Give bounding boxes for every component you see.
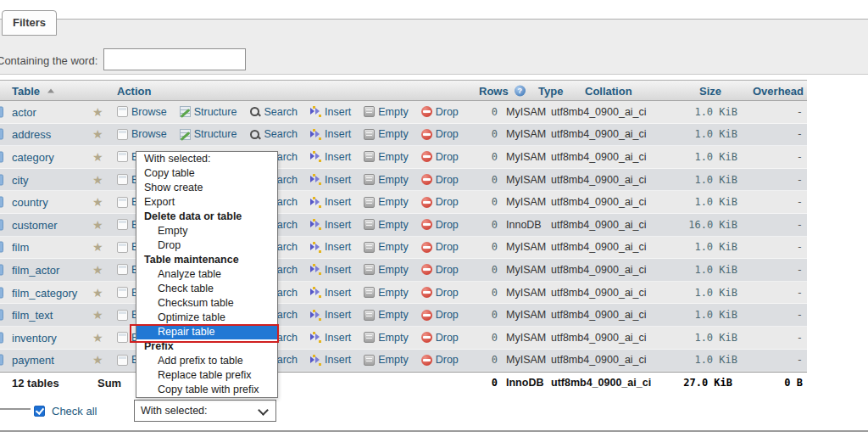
menu-item-replace-table-prefix[interactable]: Replace table prefix <box>136 368 277 383</box>
empty-action[interactable]: Empty <box>364 241 408 253</box>
table-name-link[interactable]: inventory <box>12 331 57 344</box>
table-name-link[interactable]: film_category <box>12 286 77 299</box>
favorite-star-icon[interactable]: ★ <box>92 332 103 344</box>
menu-item-copy-table[interactable]: Copy table <box>136 166 277 181</box>
table-name-link[interactable]: customer <box>12 218 57 231</box>
empty-action[interactable]: Empty <box>364 196 408 208</box>
filters-tab[interactable]: Filters <box>2 10 57 36</box>
structure-action[interactable]: Structure <box>180 106 237 118</box>
drop-action[interactable]: Drop <box>421 196 459 208</box>
menu-item-check-table[interactable]: Check table <box>136 282 277 296</box>
row-checkbox[interactable] <box>0 264 3 275</box>
insert-action[interactable]: Insert <box>310 264 351 276</box>
insert-action[interactable]: Insert <box>310 354 351 366</box>
table-name-link[interactable]: city <box>12 173 29 186</box>
drop-action[interactable]: Drop <box>421 128 459 140</box>
menu-item-add-prefix-to-table[interactable]: Add prefix to table <box>136 354 277 368</box>
insert-action[interactable]: Insert <box>310 332 351 344</box>
insert-action[interactable]: Insert <box>310 128 351 140</box>
check-all-label[interactable]: Check all <box>52 405 97 417</box>
empty-action[interactable]: Empty <box>364 128 408 140</box>
empty-action[interactable]: Empty <box>364 219 408 231</box>
column-header-overhead[interactable]: Overhead <box>753 84 804 97</box>
row-checkbox[interactable] <box>0 106 3 117</box>
empty-action[interactable]: Empty <box>364 287 408 299</box>
menu-item-copy-table-with-prefix[interactable]: Copy table with prefix <box>136 383 277 397</box>
empty-action[interactable]: Empty <box>364 354 408 366</box>
favorite-star-icon[interactable]: ★ <box>92 151 103 163</box>
menu-item-analyze-table[interactable]: Analyze table <box>136 267 277 282</box>
table-name-link[interactable]: film_text <box>12 309 53 322</box>
column-header-size[interactable]: Size <box>699 84 721 97</box>
favorite-star-icon[interactable]: ★ <box>92 354 103 366</box>
insert-action[interactable]: Insert <box>310 309 351 321</box>
row-checkbox[interactable] <box>0 151 3 162</box>
menu-item-optimize-table[interactable]: Optimize table <box>136 311 277 325</box>
row-checkbox[interactable] <box>0 174 3 185</box>
row-checkbox[interactable] <box>0 355 3 366</box>
insert-action[interactable]: Insert <box>310 196 351 208</box>
favorite-star-icon[interactable]: ★ <box>92 241 103 253</box>
menu-item-export[interactable]: Export <box>136 195 277 210</box>
favorite-star-icon[interactable]: ★ <box>92 196 103 208</box>
drop-action[interactable]: Drop <box>421 264 459 276</box>
drop-action[interactable]: Drop <box>421 151 459 163</box>
insert-action[interactable]: Insert <box>310 106 351 118</box>
empty-action[interactable]: Empty <box>364 332 408 344</box>
favorite-star-icon[interactable]: ★ <box>92 309 103 321</box>
table-name-link[interactable]: film <box>12 241 29 254</box>
table-name-link[interactable]: payment <box>12 354 54 367</box>
empty-action[interactable]: Empty <box>364 309 408 321</box>
drop-action[interactable]: Drop <box>421 219 459 231</box>
table-name-link[interactable]: address <box>12 128 51 141</box>
search-action[interactable]: Search <box>249 128 298 140</box>
drop-action[interactable]: Drop <box>421 332 459 344</box>
favorite-star-icon[interactable]: ★ <box>92 264 103 276</box>
structure-action[interactable]: Structure <box>180 128 237 140</box>
menu-item-checksum-table[interactable]: Checksum table <box>136 296 277 311</box>
row-checkbox[interactable] <box>0 310 3 321</box>
browse-action[interactable]: Browse <box>117 128 167 140</box>
menu-item-repair-table[interactable]: Repair table <box>136 325 277 339</box>
row-checkbox[interactable] <box>0 129 3 140</box>
row-checkbox[interactable] <box>0 219 3 230</box>
drop-action[interactable]: Drop <box>421 174 459 186</box>
menu-item-show-create[interactable]: Show create <box>136 181 277 195</box>
table-name-link[interactable]: film_actor <box>12 263 59 276</box>
favorite-star-icon[interactable]: ★ <box>92 219 103 231</box>
table-name-link[interactable]: country <box>12 196 48 209</box>
menu-item-with-selected[interactable]: With selected: <box>136 152 277 166</box>
favorite-star-icon[interactable]: ★ <box>92 128 103 140</box>
drop-action[interactable]: Drop <box>421 106 459 118</box>
empty-action[interactable]: Empty <box>364 264 408 276</box>
favorite-star-icon[interactable]: ★ <box>92 106 103 118</box>
check-all-checkbox[interactable] <box>34 406 45 417</box>
menu-item-drop[interactable]: Drop <box>136 238 277 253</box>
help-icon[interactable]: ? <box>515 85 526 96</box>
favorite-star-icon[interactable]: ★ <box>92 287 103 299</box>
table-name-link[interactable]: category <box>12 150 54 163</box>
empty-action[interactable]: Empty <box>364 106 408 118</box>
with-selected-select[interactable]: With selected: <box>134 400 276 422</box>
column-header-type[interactable]: Type <box>538 84 563 97</box>
drop-action[interactable]: Drop <box>421 287 459 299</box>
table-name-link[interactable]: actor <box>12 105 36 118</box>
row-checkbox[interactable] <box>0 197 3 208</box>
column-header-collation[interactable]: Collation <box>585 84 632 97</box>
column-header-table[interactable]: Table <box>12 84 54 97</box>
row-checkbox[interactable] <box>0 242 3 253</box>
insert-action[interactable]: Insert <box>310 287 351 299</box>
insert-action[interactable]: Insert <box>310 151 351 163</box>
insert-action[interactable]: Insert <box>310 219 351 231</box>
drop-action[interactable]: Drop <box>421 354 459 366</box>
row-checkbox[interactable] <box>0 332 3 343</box>
drop-action[interactable]: Drop <box>421 241 459 253</box>
insert-action[interactable]: Insert <box>310 241 351 253</box>
column-header-rows[interactable]: Rows? <box>479 84 526 97</box>
search-action[interactable]: Search <box>249 106 298 118</box>
insert-action[interactable]: Insert <box>310 174 351 186</box>
favorite-star-icon[interactable]: ★ <box>92 174 103 186</box>
drop-action[interactable]: Drop <box>421 309 459 321</box>
browse-action[interactable]: Browse <box>117 106 167 118</box>
row-checkbox[interactable] <box>0 287 3 298</box>
